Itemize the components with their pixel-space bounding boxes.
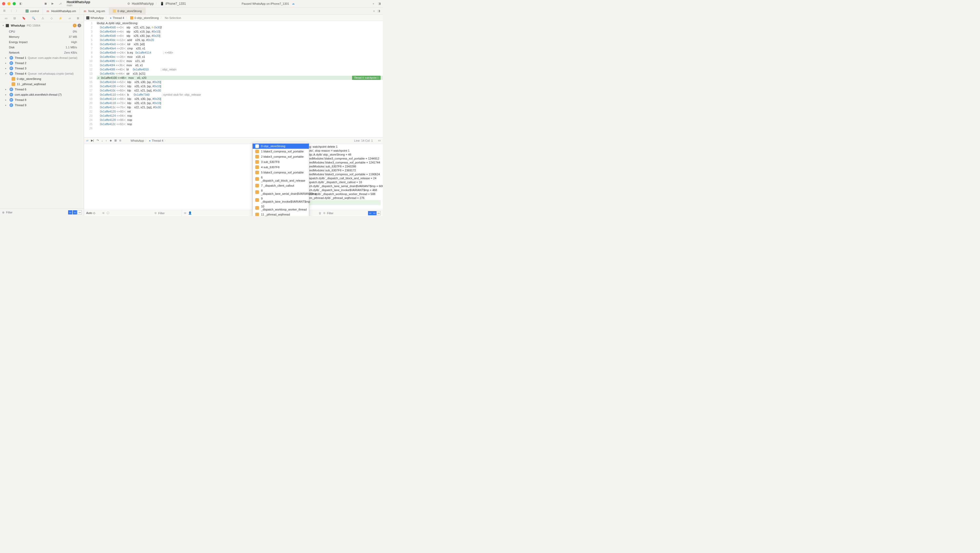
metric-energy-impact[interactable]: Energy ImpactHigh [0,40,84,44]
debug-memory-icon[interactable]: ⊞ [115,139,117,142]
tab-HookWhatsApp-xm[interactable]: mHookWhatsApp.xm [43,7,80,14]
vars-info-icon[interactable]: ⓘ [107,211,109,215]
sidebar-toggle-icon[interactable]: ◧ [19,2,22,5]
cloud-icon[interactable]: ☁ [292,2,295,5]
view-mode-3[interactable]: ▭ [78,210,82,215]
step-over-icon[interactable]: ↷ [97,139,99,142]
metric-network[interactable]: NetworkZero KB/s [0,50,84,55]
stack-popup-item[interactable]: 8 _dispatch_lane_serial_drain$VARIANT$mp [253,188,309,196]
stack-popup-item[interactable]: 1 blake3_compress_xof_portable [253,149,309,154]
bookmark-nav-icon[interactable]: 🔖 [21,16,27,21]
branch-name[interactable]: main [67,4,90,7]
metric-disk[interactable]: Disk1.1 MB/s [0,44,84,50]
debug-3d-icon[interactable]: ⧈ [119,139,121,142]
report-nav-icon[interactable]: ≣ [76,16,80,21]
vars-filter-input[interactable] [158,211,179,215]
vars-filter-icon[interactable]: ⊕ [154,211,157,215]
stack-popup-item[interactable]: 0 objc_storeStrong [253,143,309,149]
editor-options-icon[interactable]: ▭ [378,139,381,142]
view-mode-2[interactable]: ▭ [73,210,77,215]
destination[interactable]: iPhone7_1331 [165,2,186,6]
nav-forward-icon[interactable]: 〉 [16,9,19,13]
console-filter-icon[interactable]: ⊕ [323,211,325,215]
stack-popup-item[interactable]: 7 _dispatch_client_callout [253,183,309,188]
step-into-icon[interactable]: ↓ [102,139,103,142]
show-console-toggle[interactable]: ▭ [372,211,376,215]
jump-selection[interactable]: No Selection [165,16,181,19]
code-editor[interactable]: 1234567891011121314151617181920212223242… [84,21,383,137]
minimap-toggle-icon[interactable]: ≡ [373,10,375,13]
navigator-tabs: ▭ ⊟ 🔖 🔍 ⚠ ◇ ⚡ ▱ ≣ [0,15,84,22]
debug-nav-icon[interactable]: ⚡ [57,16,64,21]
stack-popup-item[interactable]: 6 _dispatch_call_block_and_release [253,175,309,183]
device-icon: 📱 [160,2,164,6]
stop-button[interactable]: ◼ [45,2,47,5]
console-eye-icon[interactable]: 👁 [184,211,187,215]
dbg-thread[interactable]: Thread 4 [152,139,163,142]
stack-popup-item[interactable]: 3 sub_6307F8 [253,159,309,165]
tab-hook_reg-xm[interactable]: mhook_reg.xm [80,7,109,14]
assistant-toggle-icon[interactable]: ◨ [377,9,380,13]
view-mode-1[interactable]: ▭ [68,210,72,215]
step-out-icon[interactable]: ↑ [105,139,107,142]
find-nav-icon[interactable]: 🔍 [31,16,37,21]
continue-icon[interactable]: ▶| [91,139,94,142]
stack-popup-item[interactable]: 11 _pthread_wqthread [253,212,309,216]
dbg-process[interactable]: WhatsApp [130,139,144,142]
panels-toggle[interactable]: ◨ [378,2,381,5]
tab-control[interactable]: control [22,7,43,14]
stack-frame[interactable]: 0 objc_storeStrong [0,76,84,81]
jump-thread[interactable]: Thread 4 [113,16,124,19]
show-both-toggle[interactable]: ▭ [376,211,381,215]
thread-row[interactable]: ▸⟳com.apple.uikit.eventfetch-thread (7) [0,92,84,97]
breakpoints-icon[interactable]: ▱ [86,139,88,142]
project-title[interactable]: HookWhatsApp [67,0,90,4]
stack-popup-item[interactable]: 10 _dispatch_workloop_worker_thread [253,204,309,212]
debug-view-icon[interactable]: ◈ [110,139,112,142]
stack-frame[interactable]: 11 _pthread_wqthread [0,81,84,87]
stack-popup-item[interactable]: 5 blake3_compress_xof_portable [253,170,309,175]
console-trash-icon[interactable]: 🗑 [318,211,321,215]
filter-scope-icon[interactable]: ⊕ [2,211,5,214]
related-items-icon[interactable]: ⊞ [3,9,6,13]
warning-badge[interactable]: ! [73,24,76,27]
show-vars-toggle[interactable]: ▭ [368,211,372,215]
vars-eye-icon[interactable]: 👁 [102,211,105,215]
stack-popup-item[interactable]: 4 sub_6307F8 [253,165,309,170]
thread-row[interactable]: ▸⟳Thread 3 [0,66,84,71]
vars-view-mode[interactable]: Auto ◇ [86,211,95,215]
titlebar: ◧ ◼ ▶ ⎇ HookWhatsApp main ⚙ HookWhatsApp… [0,0,383,7]
target-icon [86,16,89,19]
thread-row[interactable]: ▸⟳Thread 9 [0,103,84,108]
metric-cpu[interactable]: CPU0% [0,29,84,34]
metric-memory[interactable]: Memory37 MB [0,34,84,40]
test-nav-icon[interactable]: ◇ [49,16,54,21]
console-filter-input[interactable] [327,211,364,215]
thread-row[interactable]: ▸⟳Thread 6 [0,87,84,92]
stack-popup-item[interactable]: 2 blake3_compress_xof_portable [253,154,309,159]
info-badge[interactable]: i [78,24,81,27]
console-person-icon[interactable]: 👤 [188,211,192,215]
jump-frame[interactable]: 0 objc_storeStrong [134,16,159,19]
project-nav-icon[interactable]: ▭ [4,16,8,21]
scheme-name[interactable]: HookWhatsApp [132,2,154,6]
thread-row[interactable]: ▾⟳Thread 4 Queue: net.whatsapp.crypto (s… [0,71,84,76]
zoom-window[interactable] [13,2,16,5]
jump-process[interactable]: WhatsApp [91,16,104,19]
source-nav-icon[interactable]: ⊟ [12,16,17,21]
thread-row[interactable]: ▸⟳Thread 8 [0,97,84,103]
thread-row[interactable]: ▸⟳Thread 1 Queue: com.apple.main-thread … [0,55,84,60]
thread-row[interactable]: ▸⟳Thread 2 [0,60,84,66]
process-row[interactable]: ▾ ⬛ WhatsApp PID 15864 ! i [0,22,84,29]
nav-back-icon[interactable]: 〈 [9,9,12,13]
close-window[interactable] [2,2,5,5]
variables-pane[interactable] [84,144,252,210]
issue-nav-icon[interactable]: ⚠ [40,16,45,21]
run-button[interactable]: ▶ [51,2,54,5]
tab-0-objc_storeStrong[interactable]: 0 objc_storeStrong [109,7,146,14]
add-button[interactable]: + [373,2,374,5]
navigator-filter-input[interactable] [6,211,67,214]
breakpoint-nav-icon[interactable]: ▱ [68,16,72,21]
minimize-window[interactable] [7,2,11,5]
stack-popup-item[interactable]: 9 _dispatch_lane_invoke$VARIANT$mp [253,196,309,204]
